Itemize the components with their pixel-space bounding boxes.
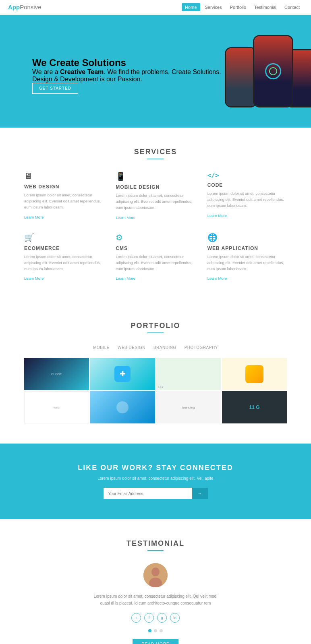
linkedin-icon[interactable]: in [170,613,180,623]
email-form: → [24,488,287,499]
service-cms: ⚙ CMS Lorem ipsum dolor sit amet, consec… [116,233,195,282]
service-ecommerce: 🛒 ECOMMERCE Lorem ipsum dolor sit amet, … [24,233,104,282]
testimonial-section: TESTIMONIAL Lorem ipsum dolor sit amet, … [0,519,311,644]
logo: AppPonsive [8,4,41,11]
dot-3[interactable] [160,629,163,632]
testimonial-dots [24,629,287,632]
web-design-desc: Lorem ipsum dolor sit amet, consectetur … [24,192,104,211]
web-application-desc: Lorem ipsum dolor sit amet, consectetur … [207,254,287,272]
hero-section: We Create Solutions We are a Creative Te… [0,15,311,128]
code-desc: Lorem ipsum dolor sit amet, consectetur … [207,190,287,209]
mobile-design-icon: 📱 [116,171,195,181]
nav-link-contact[interactable]: Contact [281,3,303,11]
logo-ponsive: Ponsive [20,4,41,10]
navbar: AppPonsive Home Services Portfolio Testi… [0,0,311,15]
services-section: SERVICES 🖥 WEB DESIGN Lorem ipsum dolor … [0,128,311,301]
portfolio-grid: CLOSE ✚ 3.12 web branding 11 G [24,358,287,423]
testimonial-quote: Lorem ipsum dolor sit amet, consectetur … [91,593,220,607]
services-title: SERVICES [24,148,287,156]
cms-icon: ⚙ [116,233,195,242]
nav-links: Home Services Portfolio Testimonial Cont… [182,3,303,11]
web-application-link[interactable]: Learn More [207,276,227,281]
portfolio-item-6[interactable] [90,391,155,423]
nav-link-services[interactable]: Services [202,3,225,11]
filter-photography[interactable]: PHOTOGRAPHY [185,345,218,350]
stay-connected-section: LIKE OUR WORK? STAY CONNECTED Lorem ipsu… [0,444,311,519]
hero-phones [225,31,287,120]
filter-mobile[interactable]: MOBILE [93,345,110,350]
dot-1[interactable] [148,629,151,632]
ecommerce-name: ECOMMERCE [24,246,104,251]
twitter-icon[interactable]: t [131,613,141,623]
ecommerce-link[interactable]: Learn More [24,276,44,281]
mobile-design-name: MOBILE DESIGN [116,184,195,190]
code-icon: </> [207,171,287,179]
phone-left [225,47,257,107]
portfolio-item-7[interactable]: branding [156,391,221,423]
mobile-design-desc: Lorem ipsum dolor sit amet, consectetur … [116,192,195,211]
portfolio-item-3[interactable]: 3.12 [156,358,221,390]
facebook-icon[interactable]: f [144,613,154,623]
service-mobile-design: 📱 MOBILE DESIGN Lorem ipsum dolor sit am… [116,171,195,221]
web-application-icon: 🌐 [207,233,287,242]
service-web-design: 🖥 WEB DESIGN Lorem ipsum dolor sit amet,… [24,171,104,221]
email-submit-button[interactable]: → [192,488,208,499]
portfolio-title: PORTFOLIO [24,322,287,330]
nav-link-portfolio[interactable]: Portfolio [227,3,249,11]
filter-branding[interactable]: BRANDING [153,345,176,350]
dot-2[interactable] [154,629,157,632]
get-started-button[interactable]: GET STARTED [32,83,78,94]
portfolio-item-2[interactable]: ✚ [90,358,155,390]
web-design-name: WEB DESIGN [24,184,104,190]
cms-name: CMS [116,246,195,251]
service-web-application: 🌐 WEB APPLICATION Lorem ipsum dolor sit … [207,233,287,282]
stay-connected-desc: Lorem ipsum dolor sit amet, consectetur … [24,476,287,481]
portfolio-filters: MOBILE WEB DESIGN BRANDING PHOTOGRAPHY [24,345,287,350]
ecommerce-desc: Lorem ipsum dolor sit amet, consectetur … [24,254,104,272]
web-application-name: WEB APPLICATION [207,246,287,251]
web-design-icon: 🖥 [24,171,104,181]
cms-desc: Lorem ipsum dolor sit amet, consectetur … [116,254,195,272]
services-underline [147,159,164,159]
web-design-link[interactable]: Learn More [24,215,44,219]
portfolio-underline [147,332,164,333]
nav-link-testimonial[interactable]: Testimonial [251,3,280,11]
svg-point-1 [151,568,160,576]
testimonial-social-icons: t f g in [24,613,287,623]
service-code: </> CODE Lorem ipsum dolor sit amet, con… [207,171,287,221]
cms-link[interactable]: Learn More [116,276,135,281]
hero-title: We Create Solutions [32,57,225,68]
testimonial-title: TESTIMONIAL [24,539,287,548]
hero-text: We Create Solutions We are a Creative Te… [32,57,225,94]
hero-description: We are a Creative Team. We find the prob… [32,68,225,83]
email-input[interactable] [104,488,192,499]
portfolio-item-1[interactable]: CLOSE [24,358,89,390]
avatar [143,563,168,587]
code-link[interactable]: Learn More [207,213,227,218]
stay-connected-title: LIKE OUR WORK? STAY CONNECTED [24,464,287,472]
google-icon[interactable]: g [157,613,167,623]
code-name: CODE [207,182,287,188]
read-more-button[interactable]: READ MORE [133,639,178,644]
portfolio-item-8[interactable]: 11 G [222,391,287,423]
testimonial-underline [147,550,164,551]
nav-link-home[interactable]: Home [182,3,200,11]
services-grid: 🖥 WEB DESIGN Lorem ipsum dolor sit amet,… [24,171,287,281]
logo-app: App [8,4,20,10]
mobile-design-link[interactable]: Learn More [116,215,135,220]
portfolio-item-5[interactable]: web [24,391,89,423]
filter-web-design[interactable]: WEB DESIGN [118,345,145,350]
phone-center [253,35,293,107]
portfolio-section: PORTFOLIO MOBILE WEB DESIGN BRANDING PHO… [0,301,311,444]
portfolio-item-4[interactable] [222,358,287,390]
ecommerce-icon: 🛒 [24,233,104,242]
